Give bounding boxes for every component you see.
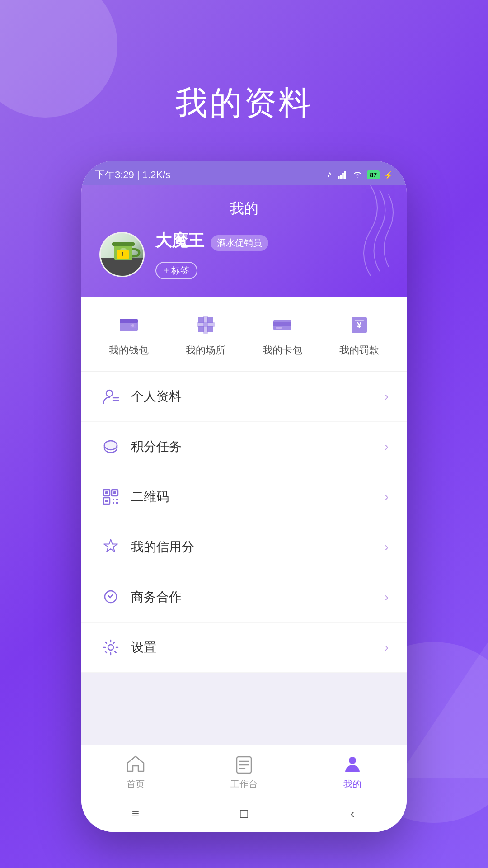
nav-item-workbench[interactable]: 工作台 [217,753,271,790]
profile-user-row: ! 大魔王 酒水促销员 + 标签 [99,230,389,279]
menu-item-business[interactable]: 商务合作 › [81,572,407,623]
venue-icon [192,311,219,338]
page-title: 我的资料 [175,81,313,125]
personal-profile-text: 个人资料 [131,388,385,405]
system-menu-button[interactable]: ≡ [122,807,149,821]
personal-profile-icon [99,385,122,408]
chevron-right-icon-3: › [385,490,389,504]
settings-icon [99,636,122,659]
svg-point-46 [349,757,356,764]
svg-rect-34 [105,491,108,494]
name-badge-row: 大魔王 酒水促销员 [155,230,389,256]
wifi-icon [352,171,362,179]
svg-rect-19 [197,322,215,327]
menu-item-credit[interactable]: 我的信用分 › [81,522,407,572]
svg-rect-11 [120,319,138,323]
user-role-badge: 酒水促销员 [211,235,268,251]
svg-rect-16 [198,326,204,332]
mine-nav-label: 我的 [343,778,361,790]
workbench-nav-icon [233,753,255,775]
svg-rect-14 [198,317,204,323]
business-icon [99,586,122,609]
bg-decoration-circle-top [0,0,117,118]
chevron-right-icon-4: › [385,540,389,554]
chevron-right-icon-6: › [385,640,389,655]
system-back-button[interactable]: ‹ [339,807,366,821]
quick-item-wallet[interactable]: 我的钱包 [109,311,149,357]
signal-icon [338,171,348,179]
menu-item-points[interactable]: 积分任务 › [81,422,407,472]
card-icon [269,311,296,338]
phone-mockup: 下午3:29 | 1.2K/s 87 ⚡ [81,161,407,832]
system-home-button[interactable]: □ [230,807,258,821]
svg-rect-2 [343,173,344,179]
bottom-content-area [81,673,407,745]
bg-decoration-triangle [398,642,488,778]
bluetooth-icon [325,171,333,179]
credit-icon [99,536,122,558]
menu-item-settings[interactable]: 设置 › [81,623,407,673]
quick-item-venue[interactable]: 我的场所 [186,311,225,357]
qrcode-icon [99,486,122,508]
workbench-nav-label: 工作台 [230,778,258,790]
credit-text: 我的信用分 [131,538,385,556]
user-name: 大魔王 [155,230,204,252]
system-nav-bar: ≡ □ ‹ [81,799,407,832]
menu-item-qrcode[interactable]: 二维码 › [81,472,407,522]
wallet-label: 我的钱包 [109,344,149,357]
svg-point-30 [104,441,117,450]
svg-rect-22 [276,327,282,329]
business-text: 商务合作 [131,589,385,606]
user-avatar[interactable]: ! [99,232,145,277]
settings-text: 设置 [131,639,385,656]
fine-label: 我的罚款 [339,344,379,357]
charging-icon: ⚡ [384,171,393,179]
home-nav-label: 首页 [127,778,145,790]
user-info: 大魔王 酒水促销员 + 标签 [155,230,389,279]
svg-rect-40 [116,502,118,504]
nav-item-home[interactable]: 首页 [108,753,163,790]
svg-rect-0 [338,176,340,179]
battery-indicator: 87 [367,170,380,179]
svg-rect-37 [113,499,114,500]
home-nav-icon [124,753,147,775]
points-text: 积分任务 [131,438,385,455]
svg-rect-35 [113,491,116,494]
svg-rect-3 [344,171,346,179]
svg-point-26 [106,390,113,396]
fine-icon: ¥ [346,311,373,338]
profile-header: 我的 [81,185,407,297]
points-icon [99,435,122,458]
svg-rect-4 [101,258,143,276]
svg-rect-6 [112,242,135,246]
svg-text:¥: ¥ [357,320,362,330]
quick-item-card[interactable]: 我的卡包 [263,311,302,357]
svg-point-41 [108,645,113,650]
svg-rect-36 [105,500,108,502]
quick-access-grid: 我的钱包 我的场所 [81,297,407,372]
chevron-right-icon-5: › [385,590,389,604]
nav-item-mine[interactable]: 我的 [325,753,380,790]
svg-rect-17 [207,326,213,332]
menu-list: 个人资料 › 积分任务 › [81,372,407,673]
svg-text:!: ! [122,251,124,258]
wallet-icon [115,311,142,338]
quick-item-fine[interactable]: ¥ 我的罚款 [339,311,379,357]
menu-item-profile[interactable]: 个人资料 › [81,372,407,422]
card-label: 我的卡包 [263,344,302,357]
svg-rect-21 [273,322,291,326]
venue-label: 我的场所 [186,344,225,357]
status-time: 下午3:29 | 1.2K/s [95,168,170,182]
qrcode-text: 二维码 [131,488,385,505]
svg-rect-25 [355,320,364,321]
mine-nav-icon [341,753,364,775]
svg-rect-39 [113,502,114,504]
svg-rect-1 [340,175,342,179]
svg-rect-15 [207,317,213,323]
add-tag-button[interactable]: + 标签 [155,262,197,279]
bottom-navigation: 首页 工作台 我的 [81,745,407,799]
svg-rect-38 [116,499,118,500]
chevron-right-icon-2: › [385,439,389,454]
svg-point-13 [131,324,134,327]
chevron-right-icon: › [385,389,389,404]
